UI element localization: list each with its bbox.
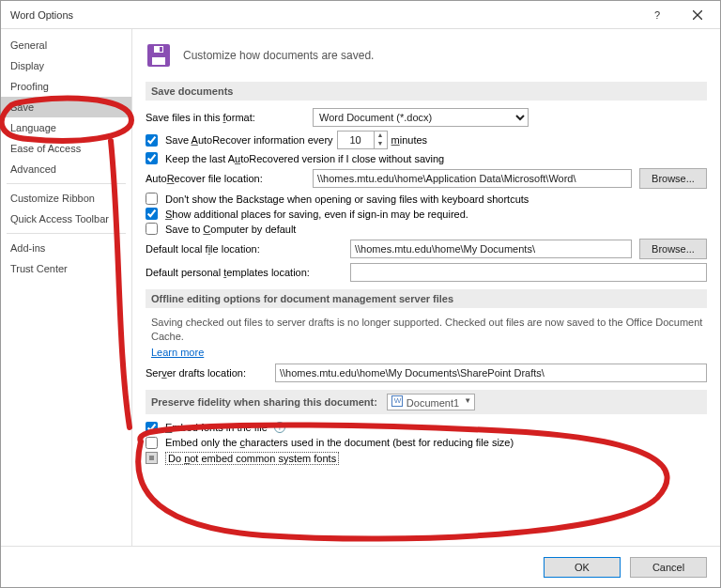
save-to-computer-label: Save to Computer by default: [165, 224, 296, 235]
sidebar-item-qat[interactable]: Quick Access Toolbar: [1, 209, 131, 229]
dont-show-backstage-checkbox[interactable]: [146, 193, 158, 205]
embed-only-chars-checkbox[interactable]: [146, 437, 158, 449]
svg-rect-4: [152, 57, 165, 65]
autorecover-minutes-spinner[interactable]: ▲▼: [337, 131, 388, 149]
browse-ar-button[interactable]: Browse...: [639, 168, 707, 189]
keep-last-checkbox[interactable]: [146, 152, 158, 164]
svg-rect-6: [160, 47, 162, 52]
titlebar: Word Options ?: [1, 1, 720, 29]
minutes-label: minutes: [391, 134, 428, 146]
browse-default-button[interactable]: Browse...: [639, 239, 707, 259]
sidebar-item-advanced[interactable]: Advanced: [1, 159, 131, 179]
preserve-label: Preserve fidelity when sharing this docu…: [151, 396, 377, 408]
embed-fonts-checkbox[interactable]: [146, 422, 158, 434]
sidebar-item-addins[interactable]: Add-ins: [1, 238, 131, 258]
word-options-dialog: Word Options ? General Display Proofing …: [0, 0, 721, 588]
info-icon[interactable]: i: [274, 422, 285, 433]
ar-loc-label: AutoRecover file location:: [146, 173, 305, 184]
dialog-body: General Display Proofing Save Language E…: [1, 29, 720, 546]
window-buttons: ?: [639, 4, 716, 26]
ok-button[interactable]: OK: [544, 557, 621, 578]
autorecover-checkbox[interactable]: [146, 134, 158, 147]
default-loc-input[interactable]: [350, 240, 632, 258]
ar-loc-input[interactable]: [313, 169, 632, 188]
main-panel: Customize how documents are saved. Save …: [132, 29, 720, 546]
cancel-button[interactable]: Cancel: [630, 557, 707, 578]
embed-only-chars-label: Embed only the characters used in the do…: [165, 437, 514, 448]
dont-show-backstage-label: Don't show the Backstage when opening or…: [165, 193, 529, 205]
templates-input[interactable]: [350, 263, 707, 282]
dialog-footer: OK Cancel: [1, 546, 720, 587]
word-doc-icon: [391, 395, 403, 407]
keep-last-label: Keep the last AutoRecovered version if I…: [165, 153, 444, 164]
sidebar: General Display Proofing Save Language E…: [1, 29, 132, 546]
autorecover-minutes-input[interactable]: [338, 132, 374, 148]
offline-text: Saving checked out files to server draft…: [151, 316, 707, 345]
embed-fonts-label: Embed fonts in the file: [165, 422, 268, 433]
sidebar-item-display[interactable]: Display: [1, 55, 131, 76]
sidebar-item-proofing[interactable]: Proofing: [1, 76, 131, 97]
window-title: Word Options: [10, 9, 73, 21]
sidebar-item-trust[interactable]: Trust Center: [1, 258, 131, 279]
preserve-doc-select[interactable]: Document1 ▼: [387, 394, 475, 410]
sidebar-item-general[interactable]: General: [1, 35, 131, 55]
learn-more-link[interactable]: Learn more: [151, 347, 204, 358]
show-additional-label: Show additional places for saving, even …: [165, 209, 468, 220]
section-save-documents: Save documents: [146, 82, 707, 101]
default-loc-label: Default local file location:: [146, 243, 343, 255]
spinner-buttons[interactable]: ▲▼: [374, 132, 387, 148]
sidebar-item-language[interactable]: Language: [1, 117, 131, 138]
drafts-label: Server drafts location:: [146, 367, 268, 379]
sidebar-item-ease[interactable]: Ease of Access: [1, 138, 131, 159]
close-button[interactable]: [679, 4, 716, 26]
drafts-input[interactable]: [275, 364, 707, 382]
page-title: Customize how documents are saved.: [183, 49, 374, 62]
sidebar-separator: [7, 233, 126, 234]
save-to-computer-checkbox[interactable]: [146, 223, 158, 235]
sidebar-item-customize-ribbon[interactable]: Customize Ribbon: [1, 188, 131, 209]
no-common-fonts-label: Do not embed common system fonts: [165, 452, 339, 465]
sidebar-item-save[interactable]: Save: [1, 97, 131, 117]
format-select[interactable]: Word Document (*.docx): [313, 108, 529, 127]
templates-label: Default personal templates location:: [146, 267, 343, 278]
help-button[interactable]: ?: [639, 4, 677, 26]
section-preserve: Preserve fidelity when sharing this docu…: [146, 390, 707, 414]
no-common-fonts-checkbox[interactable]: [146, 452, 158, 464]
show-additional-checkbox[interactable]: [146, 208, 158, 220]
section-offline: Offline editing options for document man…: [146, 289, 707, 308]
save-disk-icon: [146, 42, 172, 69]
svg-text:?: ?: [654, 9, 660, 21]
sidebar-separator: [7, 183, 126, 184]
format-label: Save files in this format:: [146, 112, 305, 123]
page-header: Customize how documents are saved.: [146, 42, 707, 69]
autorecover-label: Save AutoRecover information every: [165, 134, 333, 146]
